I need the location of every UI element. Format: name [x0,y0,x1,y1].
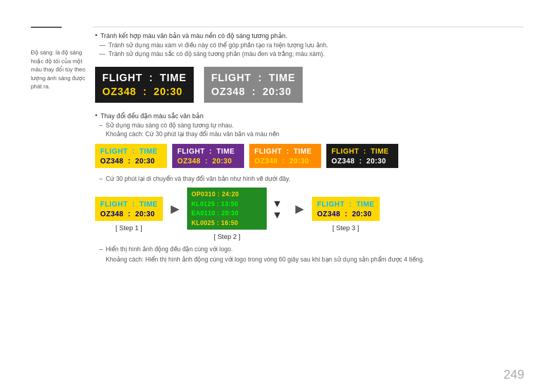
step1-card-bottom: OZ348 : 20:30 [100,210,158,218]
flight-card-sm-1-bottom: OZ348 : 20:30 [100,157,162,165]
right-arrow-icon-1: ► [168,201,182,217]
flight-card-sm-1-top: FLIGHT : TIME [100,147,162,155]
step3-card-bottom: OZ348 : 20:30 [317,210,375,218]
bullet-text-2: Thay đổi đều đặn màu sắc văn bản [100,112,203,120]
step2-label: [ Step 2 ] [214,233,240,240]
dash-item-3: – Sử dụng màu sáng có độ sáng tương tự n… [95,122,524,129]
dash-item-2: — Tránh sử dụng màu sắc có độ sáng tương… [95,50,524,58]
step2-card: OP0310 : 24:20 KL0125 : 13:50 EA0110 : 2… [187,188,267,230]
page-number: 249 [504,367,524,382]
flight-card-sm-2-bottom: OZ348 : 20:30 [177,157,239,165]
sidebar-text: Độ sáng: là độ sáng hoặc độ tối của một … [31,48,87,91]
dash-symbol-1: — [99,42,105,49]
bullet-dot: • [95,32,97,39]
bullet-item-2: • Thay đổi đều đặn màu sắc văn bản [95,112,524,120]
step1-card-top: FLIGHT : TIME [100,200,158,208]
dash-symbol-2: — [99,50,105,58]
dash-item-4: Khoảng cách: Cứ 30 phút lại thay đổi màu… [95,130,524,138]
step1-label: [ Step 1 ] [116,224,142,232]
sidebar-accent-line [31,27,62,28]
dash-text-7: Khoảng cách: Hiển thị hình ảnh động cùng… [106,256,424,263]
step2-row-1: OP0310 : 24:20 [191,190,263,199]
flight-card-gray-top: FLIGHT : TIME [211,72,295,84]
step3-card-top: FLIGHT : TIME [317,200,375,208]
right-arrow-icon-2: ► [292,201,307,217]
step3-card: FLIGHT : TIME OZ348 : 20:30 [312,197,380,221]
flight-card-dark: FLIGHT : TIME OZ348 : 20:30 [95,67,194,103]
step2-row-2: KL0125 : 13:50 [191,199,263,209]
flight-card-gray: FLIGHT : TIME OZ348 : 20:30 [204,67,303,103]
section2-bullets: • Thay đổi đều đặn màu sắc văn bản – Sử … [95,112,524,138]
dash-item-5: – Cứ 30 phút lại di chuyển và thay đổi v… [95,175,524,182]
flight-card-dark-bottom: OZ348 : 20:30 [102,86,187,98]
flight-card-sm-3-bottom: OZ348 : 20:30 [254,157,316,165]
dash-text-4: Khoảng cách: Cứ 30 phút lại thay đổi màu… [106,130,280,138]
main-content: • Tránh kết hợp màu văn bản và màu nền c… [95,27,524,266]
dash-text-2: Tránh sử dụng màu sắc có độ sáng tương p… [108,50,325,58]
dash-text-3: Sử dụng màu sáng có độ sáng tương tự nha… [106,122,234,129]
flight-cards-large: FLIGHT : TIME OZ348 : 20:30 FLIGHT : TIM… [95,67,524,103]
dash-item-7: – Khoảng cách: Hiển thị hình ảnh động cù… [95,256,524,263]
bullet-text-1: Tránh kết hợp màu văn bản và màu nền có … [100,32,287,40]
step3-label: [ Step 3 ] [332,224,359,232]
flight-card-sm-3: FLIGHT : TIME OZ348 : 20:30 [249,144,321,168]
flight-card-gray-bottom: OZ348 : 20:30 [211,86,295,98]
arrow-1: ► [163,201,188,228]
down-arrow-icon-1: ▼ [272,198,282,209]
flight-card-sm-3-top: FLIGHT : TIME [254,147,316,155]
flight-card-sm-2-top: FLIGHT : TIME [177,147,239,155]
section1-bullets: • Tránh kết hợp màu văn bản và màu nền c… [95,32,524,58]
dash-item-1: — Tránh sử dụng màu xám vì điều này có t… [95,42,524,49]
flight-card-sm-4-bottom: OZ348 : 20:30 [331,157,393,165]
steps-row: FLIGHT : TIME OZ348 : 20:30 [ Step 1 ] ►… [95,188,524,240]
section3: – Cứ 30 phút lại di chuyển và thay đổi v… [95,175,524,240]
double-arrows: ▼ ▼ [267,198,287,230]
section4-notes: – Hiển thị hình ảnh động đều đặn cùng vớ… [95,246,524,263]
dash-symbol-3: – [99,122,103,129]
flight-card-sm-2: FLIGHT : TIME OZ348 : 20:30 [172,144,244,168]
dash-symbol-6: – [99,246,103,253]
step-2-block: OP0310 : 24:20 KL0125 : 13:50 EA0110 : 2… [187,188,267,240]
step2-row-3: EA0110 : 20:30 [191,209,263,218]
sidebar: Độ sáng: là độ sáng hoặc độ tối của một … [31,27,87,91]
down-arrow-icon-2: ▼ [272,210,282,220]
step-1-block: FLIGHT : TIME OZ348 : 20:30 [ Step 1 ] [95,197,163,232]
flight-card-sm-4-top: FLIGHT : TIME [331,147,393,155]
flight-card-sm-1: FLIGHT : TIME OZ348 : 20:30 [95,144,167,168]
dash-symbol-5: – [99,175,103,182]
dash-symbol-4 [99,130,103,138]
step1-card: FLIGHT : TIME OZ348 : 20:30 [95,197,163,221]
bullet-dot-2: • [95,112,97,119]
dash-text-1: Tránh sử dụng màu xám vì điều này có thể… [108,42,328,49]
step2-row-4: KL0025 : 16:50 [191,218,263,228]
flight-cards-small: FLIGHT : TIME OZ348 : 20:30 FLIGHT : TIM… [95,144,524,168]
dash-text-5: Cứ 30 phút lại di chuyển và thay đổi văn… [106,175,290,182]
step-3-block: FLIGHT : TIME OZ348 : 20:30 [ Step 3 ] [312,197,380,232]
dash-item-6: – Hiển thị hình ảnh động đều đặn cùng vớ… [95,246,524,253]
flight-card-sm-4: FLIGHT : TIME OZ348 : 20:30 [326,144,398,168]
flight-card-dark-top: FLIGHT : TIME [102,72,187,84]
bullet-item-1: • Tránh kết hợp màu văn bản và màu nền c… [95,32,524,40]
dash-text-6: Hiển thị hình ảnh động đều đặn cùng với … [106,246,233,253]
arrow-2: ► [287,201,312,228]
